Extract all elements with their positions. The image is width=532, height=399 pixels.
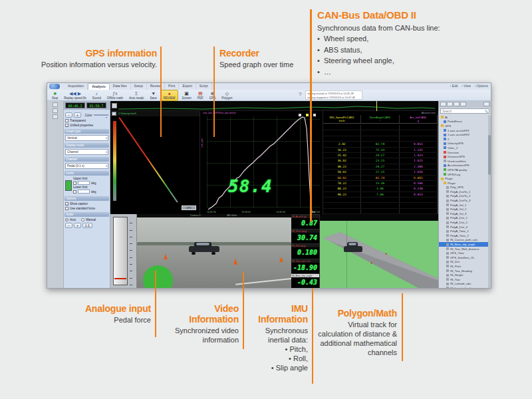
scale-fit-button[interactable]: 1:1: [82, 223, 92, 228]
channel-item[interactable]: PedalForce: [439, 120, 488, 124]
channel-item[interactable]: GPS PA quality: [439, 168, 488, 172]
channel-item[interactable]: GPS_Satellites_XL: [439, 255, 488, 260]
channel-item[interactable]: IN_Longitude_abs: [439, 286, 488, 288]
channel-item[interactable]: PolyA_Dist_2: [439, 220, 488, 225]
show-caption-checkbox[interactable]: ✓: [65, 202, 68, 205]
table-row[interactable]: [323, 198, 438, 203]
channel-item[interactable]: AI: [439, 115, 488, 120]
table-row[interactable]: 25.4229.271.423: [323, 153, 438, 158]
channel-item[interactable]: IN_Dist: [439, 260, 488, 265]
timeline-cursor[interactable]: [376, 101, 377, 111]
channel-item[interactable]: PolyA_Time_1: [439, 229, 488, 233]
scale-manual-radio[interactable]: [81, 218, 84, 221]
display-mode-dropdown[interactable]: Channel: [65, 149, 108, 155]
table-row[interactable]: 36.0223.151.625: [323, 158, 438, 164]
table-row[interactable]: [323, 125, 438, 130]
channel-item[interactable]: IN_Beta_slip_angle: [439, 242, 488, 247]
channel-item[interactable]: AccelerationGPS: [439, 164, 488, 168]
table-row[interactable]: 88.223.060.238: [323, 186, 438, 192]
tab-script[interactable]: Script: [196, 83, 212, 90]
use-std-checkbox[interactable]: [65, 207, 68, 210]
channel-item[interactable]: Used satellites: [439, 159, 488, 164]
zoom-out-button[interactable]: −: [65, 112, 72, 118]
toolbar-button-pdf[interactable]: ▤PDF: [196, 90, 205, 101]
table-column-header[interactable]: SteerAngle/CAN1°: [361, 115, 399, 123]
polygon-3d-view[interactable]: + +: [320, 214, 438, 288]
scale-minus-button[interactable]: −: [65, 223, 72, 228]
tab-export[interactable]: Export: [179, 83, 196, 90]
channel-item[interactable]: PolyA_Vel_3: [439, 211, 488, 216]
channel-item[interactable]: 2: [439, 137, 488, 142]
table-row[interactable]: 78.2215.360.546: [323, 181, 438, 186]
strip-button[interactable]: [53, 108, 58, 113]
table-row[interactable]: 68.8282.740.883: [323, 176, 438, 181]
ribbon-link-edit[interactable]: Edit: [450, 84, 458, 88]
unified-checkbox[interactable]: ✓: [65, 124, 68, 127]
channel-item[interactable]: 1-axis acceleKF1: [439, 128, 488, 133]
toolbar-button-polygon[interactable]: ◇Polygon: [219, 90, 234, 101]
table-row[interactable]: [323, 136, 438, 142]
tab-acquisition[interactable]: Acquisition: [65, 83, 88, 90]
channel-item[interactable]: Plugin: [439, 181, 488, 186]
channel-item[interactable]: IN_Pitch: [439, 264, 488, 269]
tab-setup[interactable]: Setup: [131, 83, 147, 90]
channel-search-input[interactable]: Search: [440, 108, 489, 114]
strip-button[interactable]: [53, 102, 58, 107]
table-row[interactable]: 2.4282.740.853: [323, 142, 438, 147]
channel-item[interactable]: PolyA_Vel_1: [439, 203, 488, 207]
channel-item[interactable]: PolyA_DistTo_3: [439, 198, 488, 203]
channel-item[interactable]: IN_Yaw: [439, 277, 488, 282]
color-dropdown[interactable]: [94, 114, 108, 116]
window-icon[interactable]: [112, 112, 116, 116]
toolbar-button-save[interactable]: ▼Save: [148, 90, 159, 101]
channel-menu-button[interactable]: [483, 102, 489, 106]
channel-toolbar-button[interactable]: [440, 102, 446, 106]
table-row[interactable]: 58.0227.151.036: [323, 170, 438, 175]
channel-item[interactable]: IN_Two_Heading: [439, 269, 488, 273]
toolbar-button-gps[interactable]: ⊕GPS: [207, 90, 218, 101]
channel-item[interactable]: VelocityGPS: [439, 142, 488, 146]
cursor-marker-active[interactable]: [306, 114, 309, 116]
transparent-checkbox[interactable]: [65, 119, 68, 122]
can-data-table[interactable]: Absolute time Whl_SpeedFL/CAN1km/hSteerA…: [323, 111, 438, 214]
imu-readout[interactable]: IN_Pitch (deg)30.74: [291, 229, 319, 243]
tab-print[interactable]: Print: [165, 83, 179, 90]
toolbar-button-sound[interactable]: ♪Sound: [90, 90, 103, 101]
channel-item[interactable]: PolyA_Dist_1: [439, 216, 488, 221]
upper-limit-checkbox[interactable]: [73, 182, 76, 185]
strip-button[interactable]: [53, 114, 58, 119]
app-logo-icon[interactable]: [49, 84, 60, 89]
scale-auto-radio[interactable]: [65, 218, 68, 221]
channel-scrollbar[interactable]: [488, 115, 491, 288]
channel-item[interactable]: IN_Two_Wall_distance: [439, 247, 488, 251]
channel-item[interactable]: Plugin: [439, 176, 488, 181]
graph-type-dropdown[interactable]: Vertical: [65, 135, 108, 141]
channel-item[interactable]: GPS_Time: [439, 251, 488, 255]
channel-item[interactable]: Poly_GPS: [439, 186, 488, 190]
table-row[interactable]: 48.2224.271.386: [323, 164, 438, 170]
channel-item[interactable]: Veloc_2: [439, 146, 488, 150]
imu-readout[interactable]: IN_Yaw_rate (°/s)-18.90: [291, 259, 319, 273]
channel-item[interactable]: DistanceGPS: [439, 154, 488, 159]
recorder-plot-widget[interactable]: velo_kph / GPSVelo_kph (km/h) velo_kph 5…: [200, 111, 323, 214]
toolbar-button-screen[interactable]: ▣Screen: [180, 90, 194, 101]
channel-item[interactable]: GPSVLog: [439, 172, 488, 177]
channel-item[interactable]: PolyA_DistTo_1: [439, 190, 488, 194]
imu-readout[interactable]: IN_Roll (deg)0.180: [291, 243, 319, 258]
table-column-header[interactable]: Acc_lat/CAN1g: [400, 115, 438, 123]
tab-data-files[interactable]: Data files: [110, 83, 131, 90]
channel-item[interactable]: PolyA_DistTo_2: [439, 194, 488, 199]
table-row[interactable]: 98.227.060.453: [323, 192, 438, 198]
limit-color-swatch[interactable]: [65, 180, 72, 191]
channel-item[interactable]: IN_Course_path_calc: [439, 238, 488, 243]
tab-analysis[interactable]: Analysis: [88, 83, 110, 90]
channel-item[interactable]: Direction: [439, 150, 488, 155]
table-row[interactable]: 16.2275.331.235: [323, 148, 438, 153]
channel-item[interactable]: PolyA_Dist_3: [439, 225, 488, 229]
channel-toolbar-button[interactable]: [460, 102, 466, 106]
toolbar-button-auto-recalc[interactable]: ΣAuto recalc: [127, 90, 146, 101]
scale-plus-button[interactable]: +: [74, 223, 81, 228]
table-column-header[interactable]: Whl_SpeedFL/CAN1km/h: [323, 115, 361, 123]
zoom-in-button[interactable]: +: [74, 112, 81, 118]
toolbar-button-offline-math[interactable]: ƒxOffline math: [105, 90, 125, 101]
